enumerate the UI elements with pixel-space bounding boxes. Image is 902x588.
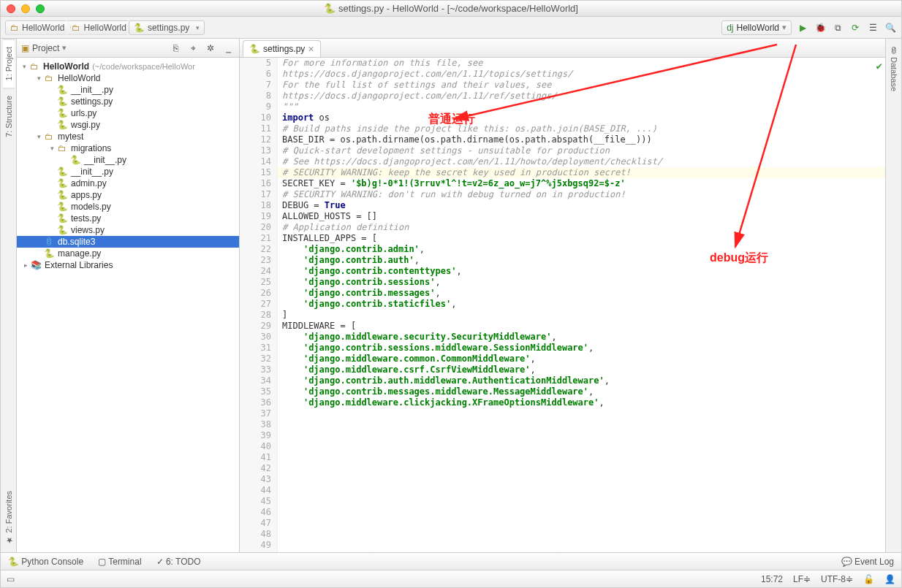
- tree-node[interactable]: ▾🗀mytest: [17, 131, 239, 142]
- scroll-from-source-icon[interactable]: ⌖: [186, 42, 200, 55]
- close-window-button[interactable]: [7, 4, 15, 13]
- python-console-tab[interactable]: 🐍 Python Console: [8, 557, 83, 567]
- status-bar: ▭ 15:72 LF≑ UTF-8≑ 🔓 👤: [1, 570, 901, 587]
- project-panel: ▣Project▾ ⎘ ⌖ ✲ ⎯ ▾🗀HelloWorld(~/code/wo…: [17, 39, 240, 552]
- lock-icon[interactable]: 🔓: [863, 574, 874, 584]
- hide-panel-icon[interactable]: ⎯: [221, 42, 235, 55]
- breadcrumb-item[interactable]: 🗀HelloWorld: [67, 20, 132, 35]
- search-button[interactable]: 🔍: [884, 21, 897, 34]
- run-config-selector[interactable]: djHelloWorld▾: [721, 20, 792, 35]
- tree-node[interactable]: 🐍wsgi.py: [17, 119, 239, 131]
- file-encoding[interactable]: UTF-8≑: [821, 574, 853, 584]
- tree-node[interactable]: 🐍manage.py: [17, 248, 239, 259]
- navigation-toolbar: 🗀HelloWorld 🗀HelloWorld 🐍settings.py djH…: [1, 17, 901, 39]
- right-tool-strip: 🛢Database: [885, 39, 901, 552]
- database-tool-tab[interactable]: 🛢Database: [888, 39, 900, 99]
- structure-tool-tab[interactable]: 7: Structure: [3, 88, 15, 145]
- titlebar: 🐍settings.py - HelloWorld - [~/code/work…: [1, 1, 901, 17]
- settings-icon[interactable]: ✲: [204, 42, 217, 55]
- todo-tab[interactable]: ✓ 6: TODO: [156, 557, 201, 567]
- tree-node[interactable]: ▸📚External Libraries: [17, 259, 239, 271]
- python-file-icon: 🐍: [324, 3, 336, 14]
- folder-icon: 🗀: [72, 23, 80, 33]
- tree-node[interactable]: 🐍__init__.py: [17, 154, 239, 166]
- maximize-window-button[interactable]: [36, 4, 45, 13]
- project-icon: ▣: [21, 43, 29, 53]
- project-tree[interactable]: ▾🗀HelloWorld(~/code/workspace/HelloWor▾🗀…: [17, 58, 239, 552]
- tree-node[interactable]: 🛢db.sqlite3: [17, 236, 239, 248]
- caret-position: 15:72: [761, 574, 783, 584]
- run-button[interactable]: ▶: [796, 21, 809, 34]
- chevron-down-icon: ▾: [62, 43, 67, 53]
- project-tool-tab[interactable]: 1: Project: [3, 39, 15, 88]
- panel-title: Project: [32, 43, 59, 53]
- editor-tab[interactable]: 🐍 settings.py ×: [243, 40, 321, 57]
- tree-node[interactable]: 🐍settings.py: [17, 96, 239, 107]
- profile-button[interactable]: ⟳: [849, 21, 862, 34]
- collapse-all-icon[interactable]: ⎘: [169, 42, 182, 55]
- tree-root[interactable]: ▾🗀HelloWorld(~/code/workspace/HelloWor: [17, 61, 239, 72]
- bottom-tool-bar: 🐍 Python Console ▢ Terminal ✓ 6: TODO 💬 …: [1, 552, 901, 570]
- minimize-window-button[interactable]: [21, 4, 30, 13]
- window-title: settings.py - HelloWorld - [~/code/works…: [338, 3, 578, 14]
- tree-node[interactable]: ▾🗀HelloWorld: [17, 72, 239, 84]
- django-icon: dj: [727, 23, 733, 33]
- tree-node[interactable]: 🐍apps.py: [17, 189, 239, 201]
- tab-label: settings.py: [263, 44, 305, 54]
- tree-node[interactable]: 🐍views.py: [17, 224, 239, 236]
- breadcrumbs: 🗀HelloWorld 🗀HelloWorld 🐍settings.py: [5, 20, 720, 35]
- code-editor[interactable]: 5678910111213141516171819202122232425262…: [240, 58, 885, 552]
- concurrency-button[interactable]: ☰: [866, 21, 879, 34]
- close-tab-icon[interactable]: ×: [308, 44, 314, 54]
- tree-node[interactable]: 🐍models.py: [17, 201, 239, 213]
- debug-button[interactable]: 🐞: [814, 21, 827, 34]
- python-file-icon: 🐍: [134, 23, 145, 33]
- breadcrumb-item[interactable]: 🗀HelloWorld: [5, 20, 71, 35]
- tree-node[interactable]: 🐍__init__.py: [17, 84, 239, 96]
- ide-status-icon[interactable]: ▭: [7, 574, 15, 584]
- terminal-tab[interactable]: ▢ Terminal: [98, 557, 141, 567]
- tree-node[interactable]: 🐍urls.py: [17, 107, 239, 119]
- left-tool-strip: 1: Project 7: Structure ★2: Favorites: [1, 39, 17, 552]
- breadcrumb-item[interactable]: 🐍settings.py: [129, 20, 205, 35]
- tree-node[interactable]: 🐍tests.py: [17, 213, 239, 224]
- tree-node[interactable]: 🐍admin.py: [17, 177, 239, 189]
- event-log-link[interactable]: 💬 Event Log: [841, 557, 894, 567]
- line-gutter: 5678910111213141516171819202122232425262…: [240, 58, 278, 552]
- line-separator[interactable]: LF≑: [793, 574, 811, 584]
- favorites-tool-tab[interactable]: ★2: Favorites: [2, 484, 15, 552]
- hector-icon[interactable]: 👤: [884, 574, 895, 584]
- tree-node[interactable]: ▾🗀migrations: [17, 142, 239, 154]
- folder-icon: 🗀: [10, 23, 19, 33]
- coverage-button[interactable]: ⧉: [831, 21, 844, 34]
- python-file-icon: 🐍: [249, 44, 260, 54]
- chevron-down-icon: ▾: [782, 23, 787, 32]
- tree-node[interactable]: 🐍__init__.py: [17, 166, 239, 177]
